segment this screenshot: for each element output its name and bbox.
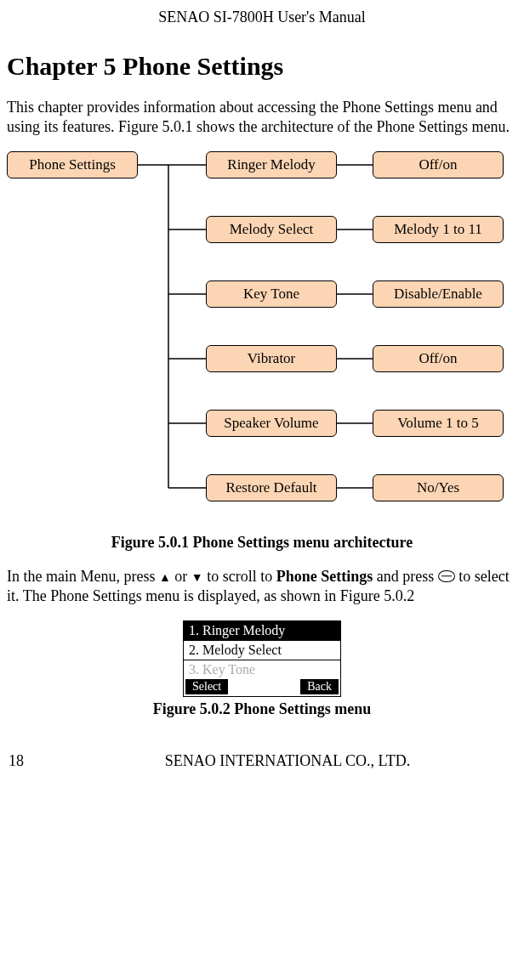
diagram-box-key-tone-option: Disable/Enable — [373, 280, 504, 308]
diagram-box-melody-option: Melody 1 to 11 — [373, 216, 504, 243]
para2-mid2: and press — [373, 568, 437, 585]
para2-or: or — [171, 568, 191, 585]
diagram-box-restore-default: Restore Default — [206, 474, 337, 501]
up-arrow-icon — [159, 568, 171, 585]
menu-item-ringer-melody[interactable]: 1. Ringer Melody — [184, 621, 340, 641]
architecture-diagram: Phone Settings Ringer Melody Off/on Melo… — [7, 151, 517, 517]
chapter-title: Chapter 5 Phone Settings — [7, 52, 517, 81]
diagram-root-box: Phone Settings — [7, 151, 138, 178]
diagram-box-speaker-option: Volume 1 to 5 — [373, 410, 504, 437]
para2-bold: Phone Settings — [276, 568, 373, 585]
figure-2-caption: Figure 5.0.2 Phone Settings menu — [7, 700, 517, 718]
softkey-select[interactable]: Select — [185, 679, 228, 694]
figure-1-caption: Figure 5.0.1 Phone Settings menu archite… — [7, 534, 517, 552]
diagram-box-vibrator: Vibrator — [206, 345, 337, 372]
para2-pre: In the main Menu, press — [7, 568, 159, 585]
phone-menu-screen: 1. Ringer Melody 2. Melody Select 3. Key… — [183, 620, 341, 697]
document-header: SENAO SI-7800H User's Manual — [7, 8, 517, 26]
diagram-box-ringer-option: Off/on — [373, 151, 504, 178]
diagram-box-speaker-volume: Speaker Volume — [206, 410, 337, 437]
ok-key-icon — [438, 570, 455, 582]
page-number: 18 — [9, 752, 24, 770]
softkey-back[interactable]: Back — [300, 679, 339, 694]
instruction-paragraph: In the main Menu, press or to scroll to … — [7, 567, 517, 607]
para2-mid1: to scroll to — [203, 568, 276, 585]
diagram-box-ringer-melody: Ringer Melody — [206, 151, 337, 178]
down-arrow-icon — [191, 568, 203, 585]
diagram-box-key-tone: Key Tone — [206, 280, 337, 308]
diagram-box-melody-select: Melody Select — [206, 216, 337, 243]
diagram-connectors-svg — [7, 151, 517, 517]
diagram-box-vibrator-option: Off/on — [373, 345, 504, 372]
diagram-box-restore-option: No/Yes — [373, 474, 504, 501]
menu-item-key-tone[interactable]: 3. Key Tone — [184, 660, 340, 679]
menu-item-melody-select[interactable]: 2. Melody Select — [184, 641, 340, 660]
footer-publisher: SENAO INTERNATIONAL CO., LTD. — [58, 752, 517, 770]
intro-paragraph: This chapter provides information about … — [7, 98, 517, 138]
